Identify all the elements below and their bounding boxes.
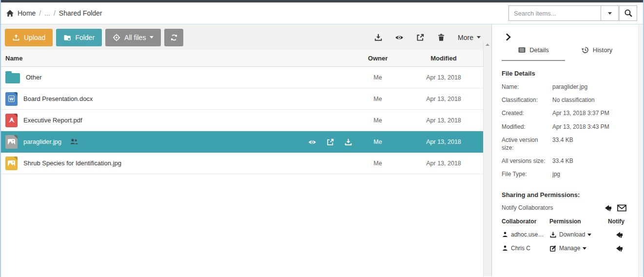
- download-icon: [549, 231, 557, 238]
- field-value: Apr 13, 2018 3:37 PM: [552, 109, 628, 117]
- table-row-other[interactable]: Other Me Apr 13, 2018: [1, 67, 491, 88]
- detail-field-classification: Classification: No classification: [502, 96, 628, 104]
- permission-dropdown-download[interactable]: Download: [549, 231, 604, 238]
- open-external-icon[interactable]: [416, 33, 425, 42]
- breadcrumb-separator: /: [39, 9, 41, 17]
- detail-field-file-type: File Type: jpg: [502, 170, 628, 178]
- permission-label: Download: [559, 231, 585, 238]
- file-owner: Me: [351, 117, 405, 124]
- breadcrumb-home[interactable]: Home: [18, 9, 36, 17]
- file-name: Other: [26, 74, 42, 81]
- panel-collapse-chevron-icon[interactable]: [505, 33, 512, 41]
- notify-collaborators-row: Notify Collaborators: [502, 204, 628, 212]
- search-icon: [624, 9, 633, 18]
- toolbar-actions: More: [374, 33, 481, 42]
- tab-history-label: History: [593, 46, 612, 54]
- field-value: jpg: [552, 170, 628, 178]
- refresh-button[interactable]: [164, 29, 183, 46]
- folder-label: Folder: [75, 34, 95, 41]
- column-header-notify: Notify: [604, 218, 628, 225]
- scroll-up-arrow[interactable]: [486, 43, 489, 46]
- file-name: Executive Report.pdf: [23, 117, 82, 124]
- table-row-paraglider-selected[interactable]: paraglider.jpg: [1, 131, 491, 153]
- email-icon[interactable]: [617, 204, 626, 212]
- manage-edit-icon: [549, 245, 557, 252]
- file-list: Other Me Apr 13, 2018 W Board Presentati…: [1, 67, 491, 277]
- file-name: Shrub Species for Identification.jpg: [23, 159, 121, 167]
- preview-eye-icon[interactable]: [395, 33, 404, 42]
- download-icon[interactable]: [344, 138, 352, 146]
- field-label: Name:: [502, 83, 552, 91]
- breadcrumb-current: Shared Folder: [59, 9, 102, 17]
- chevron-down-icon: [583, 247, 586, 250]
- search-options-button[interactable]: [601, 5, 619, 21]
- column-header-owner[interactable]: Owner: [351, 55, 405, 62]
- chevron-down-icon: [150, 36, 154, 39]
- sharing-heading: Sharing and Permissions:: [502, 191, 628, 198]
- details-panel: Details History File Details Name: parag…: [491, 24, 643, 277]
- folder-icon: [5, 73, 20, 83]
- breadcrumb-collapsed[interactable]: ...: [44, 9, 50, 17]
- upload-icon: [12, 34, 20, 41]
- file-modified: Apr 13, 2018: [405, 74, 483, 81]
- field-label: File Type:: [502, 170, 552, 178]
- all-files-label: All files: [124, 34, 146, 41]
- tab-history[interactable]: History: [565, 46, 628, 61]
- preview-eye-icon[interactable]: [308, 138, 316, 146]
- detail-field-all-versions-size: All versions size: 33.4 KB: [502, 157, 628, 165]
- upload-button[interactable]: Upload: [5, 29, 53, 46]
- collaborators-table-header: Collaborator Permission Notify: [502, 218, 628, 225]
- home-icon[interactable]: [6, 9, 14, 18]
- column-header-name[interactable]: Name: [1, 55, 351, 62]
- collaborator-name: adhoc.use…: [511, 231, 544, 238]
- search-input[interactable]: [508, 5, 601, 21]
- search-button[interactable]: [619, 5, 637, 21]
- target-filter-icon: [113, 34, 120, 41]
- all-files-filter-button[interactable]: All files: [105, 29, 161, 46]
- person-icon: [502, 231, 508, 238]
- field-value: No classification: [552, 96, 628, 104]
- open-external-icon[interactable]: [326, 138, 334, 146]
- breadcrumb-separator: /: [54, 9, 56, 17]
- column-header-permission: Permission: [549, 218, 604, 225]
- file-modified: Apr 13, 2018: [405, 138, 483, 145]
- file-name: paraglider.jpg: [23, 138, 61, 145]
- column-header-collaborator: Collaborator: [502, 218, 549, 225]
- tab-details[interactable]: Details: [502, 46, 565, 61]
- field-value: 33.4 KB: [552, 157, 628, 165]
- field-label: Classification:: [502, 96, 552, 104]
- folder-plus-icon: [63, 34, 71, 41]
- more-label: More: [458, 34, 473, 41]
- image-file-icon: [5, 157, 18, 170]
- table-row-board-presentation[interactable]: W Board Presentation.docx Me Apr 13, 201…: [1, 88, 491, 110]
- field-value: Apr 13, 2018 3:43 PM: [552, 123, 628, 131]
- table-row-shrub-species[interactable]: Shrub Species for Identification.jpg Me …: [1, 153, 491, 174]
- field-label: All versions size:: [502, 157, 552, 165]
- upload-label: Upload: [24, 34, 45, 41]
- notify-megaphone-icon[interactable]: [616, 245, 624, 252]
- download-icon[interactable]: [374, 33, 383, 42]
- field-label: Active version size:: [502, 136, 552, 152]
- delete-trash-icon[interactable]: [437, 33, 446, 42]
- breadcrumb-bar: Home / ... / Shared Folder: [1, 2, 643, 24]
- new-folder-button[interactable]: Folder: [56, 29, 102, 46]
- field-label: Modified:: [502, 123, 552, 131]
- more-button[interactable]: More: [458, 34, 481, 41]
- detail-field-active-version-size: Active version size: 33.4 KB: [502, 136, 628, 152]
- detail-field-modified: Modified: Apr 13, 2018 3:43 PM: [502, 123, 628, 131]
- collaborator-name: Chris C: [511, 245, 530, 252]
- notify-megaphone-icon[interactable]: [616, 231, 624, 238]
- toolbar: Upload Folder: [1, 24, 491, 50]
- collaborators-table: Collaborator Permission Notify adhoc.use…: [502, 218, 628, 252]
- permission-dropdown-manage[interactable]: Manage: [549, 245, 604, 252]
- file-modified: Apr 13, 2018: [405, 160, 483, 167]
- collaborator-row-adhoc: adhoc.use… Download: [502, 231, 628, 238]
- megaphone-icon[interactable]: [605, 204, 613, 212]
- list-scrollbar[interactable]: [483, 41, 491, 277]
- detail-field-name: Name: paraglider.jpg: [502, 83, 628, 91]
- panel-scrollbar[interactable]: [638, 24, 643, 277]
- table-row-executive-report[interactable]: Executive Report.pdf Me Apr 13, 2018: [1, 110, 491, 131]
- column-header-modified[interactable]: Modified: [405, 55, 483, 62]
- file-owner: Me: [351, 96, 405, 102]
- field-value: paraglider.jpg: [552, 83, 628, 91]
